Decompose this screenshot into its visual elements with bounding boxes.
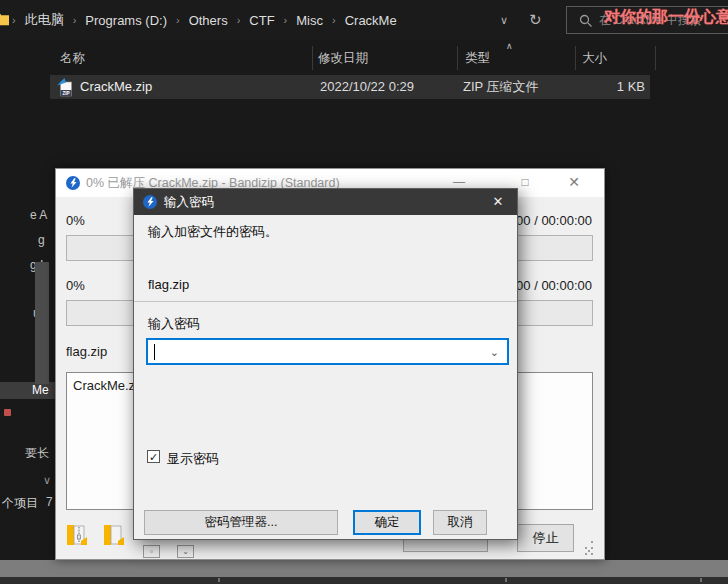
nav-item-selected[interactable]: Me (0, 382, 55, 399)
explorer-topbar: › 此电脑 › Programs (D:) › Others › CTF › M… (0, 0, 728, 40)
screen: › 此电脑 › Programs (D:) › Others › CTF › M… (0, 0, 728, 584)
open-output-folder-button[interactable] (101, 521, 129, 547)
current-file-label: flag.zip (66, 344, 107, 359)
bottom-dark-strip (0, 577, 728, 584)
breadcrumb: › 此电脑 › Programs (D:) › Others › CTF › M… (12, 0, 397, 40)
breadcrumb-separator-icon: › (176, 14, 180, 26)
strip-divider (218, 578, 220, 582)
column-divider (575, 46, 576, 70)
nav-item-fragment[interactable]: 要长 (25, 445, 49, 462)
file-progress-time: 00 / 00:00:00 (516, 278, 592, 293)
column-header-type[interactable]: 类型 (465, 50, 490, 67)
file-name: CrackMe.zip (80, 75, 152, 99)
breadcrumb-separator-icon: › (332, 14, 336, 26)
nav-scrollbar-thumb[interactable] (35, 262, 49, 384)
file-size: 1 KB (617, 75, 645, 99)
file-row-crackme-zip[interactable]: ZIP CrackMe.zip 2022/10/22 0:29 ZIP 压缩文件… (50, 75, 650, 99)
nav-chevron-icon[interactable]: ∨ (43, 474, 51, 487)
maximize-icon[interactable]: □ (516, 169, 534, 195)
ok-button[interactable]: 确定 (353, 510, 421, 535)
breadcrumb-item-misc[interactable]: Misc (296, 13, 323, 28)
sort-ascending-icon[interactable]: ∧ (506, 41, 513, 51)
password-dialog: 输入密码 ✕ 输入加密文件的密码。 flag.zip 输入密码 ⌄ ✓ 显示密码… (133, 188, 518, 540)
combobox-dropdown-icon[interactable]: ⌄ (490, 340, 499, 364)
background-window-band (0, 560, 728, 577)
password-input[interactable] (152, 341, 482, 362)
open-archive-folder-button[interactable] (64, 521, 92, 547)
breadcrumb-item-drive[interactable]: Programs (D:) (85, 13, 167, 28)
search-icon (579, 14, 593, 28)
password-manager-button[interactable]: 密码管理器... (144, 510, 338, 535)
refresh-icon[interactable]: ↻ (529, 0, 542, 40)
bandizip-logo-icon (66, 176, 80, 190)
resize-grip[interactable] (585, 547, 587, 549)
breadcrumb-item-ctf[interactable]: CTF (249, 13, 274, 28)
show-password-label: 显示密码 (167, 450, 219, 468)
file-date-modified: 2022/10/22 0:29 (320, 75, 414, 99)
dialog-titlebar[interactable]: 输入密码 ✕ (134, 189, 517, 215)
dialog-message: 输入加密文件的密码。 (148, 223, 278, 241)
breadcrumb-separator-icon: › (73, 14, 77, 26)
column-header-size[interactable]: 大小 (582, 50, 607, 67)
password-label: 输入密码 (148, 315, 200, 333)
breadcrumb-separator-icon: › (284, 14, 288, 26)
cancel-button[interactable]: 取消 (433, 510, 487, 535)
red-annotation-text: 对你的那一份心意 (604, 7, 728, 28)
strip-divider (505, 578, 507, 582)
strip-divider (700, 578, 702, 582)
breadcrumb-item-crackme[interactable]: CrackMe (345, 13, 397, 28)
column-divider (655, 46, 656, 70)
file-progress-percent: 0% (66, 278, 85, 293)
nav-item-fragment[interactable]: e A (30, 208, 47, 222)
statusbar-count-text: 7 (46, 495, 53, 509)
red-label-fragment (4, 409, 11, 416)
option-toggle-button[interactable]: ▫ (143, 545, 160, 558)
column-header-date[interactable]: 修改日期 (318, 50, 368, 67)
column-divider (457, 46, 458, 70)
breadcrumb-separator-icon: › (237, 14, 241, 26)
svg-text:ZIP: ZIP (62, 91, 69, 96)
nav-item-fragment[interactable]: g (38, 233, 45, 247)
nav-item-selected-label: Me (32, 383, 49, 397)
option-dropdown-button[interactable]: ⌄ (177, 545, 194, 558)
password-combobox[interactable]: ⌄ (146, 338, 509, 365)
dialog-title: 输入密码 (164, 189, 214, 215)
show-password-checkbox[interactable]: ✓ (147, 450, 160, 463)
file-type: ZIP 压缩文件 (463, 75, 539, 99)
breadcrumb-separator-icon: › (12, 14, 16, 26)
stop-button[interactable]: 停止 (517, 524, 574, 552)
column-divider (312, 46, 313, 70)
address-dropdown-icon[interactable]: ∨ (500, 0, 508, 40)
breadcrumb-item-this-pc[interactable]: 此电脑 (25, 11, 64, 29)
breadcrumb-item-others[interactable]: Others (189, 13, 228, 28)
statusbar-items-text: 个项目 (2, 495, 38, 512)
total-progress-time: 00 / 00:00:00 (516, 213, 592, 228)
bandizip-logo-icon (143, 195, 157, 209)
total-progress-percent: 0% (66, 213, 85, 228)
dialog-filename: flag.zip (148, 277, 189, 292)
zip-file-icon: ZIP (56, 77, 75, 97)
dialog-divider (134, 301, 517, 302)
close-icon[interactable]: ✕ (487, 189, 509, 215)
column-header-name[interactable]: 名称 (60, 50, 85, 67)
folder-icon (0, 11, 10, 26)
close-icon[interactable]: ✕ (564, 169, 584, 195)
